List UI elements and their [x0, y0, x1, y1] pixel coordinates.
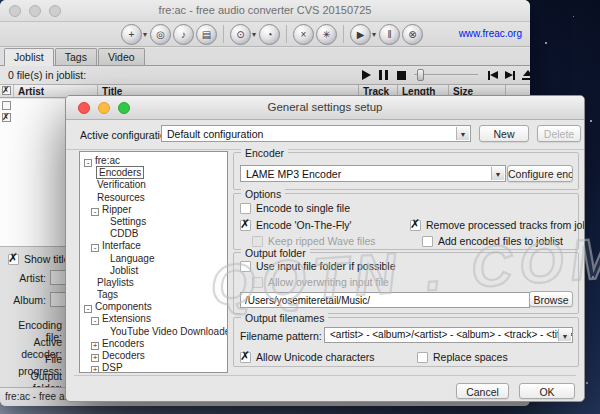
tree-item-interface[interactable]: Interface	[80, 240, 227, 252]
next-track-icon[interactable]	[505, 71, 515, 80]
ok-button[interactable]: OK	[519, 383, 575, 399]
main-titlebar[interactable]: fre:ac - free audio converter CVS 201507…	[0, 0, 530, 22]
remove-processed-label: Remove processed tracks from joblist	[426, 219, 585, 231]
tree-item-extensions[interactable]: Extensions	[80, 313, 227, 325]
toggle-selection-icon[interactable]	[2, 113, 11, 122]
expand-icon[interactable]	[91, 366, 99, 373]
add-files-icon[interactable]: +	[121, 24, 142, 45]
tree-item-components-dsp[interactable]: DSP	[80, 362, 227, 373]
eject-icon[interactable]	[522, 70, 530, 80]
tree-item-tags[interactable]: Tags	[80, 289, 227, 301]
tree-item-components[interactable]: Components	[80, 301, 227, 313]
select-none-icon[interactable]	[2, 101, 11, 110]
star	[545, 42, 547, 44]
cddb-submit-icon[interactable]: ◔	[259, 24, 280, 45]
music-file-icon[interactable]: ♪	[173, 24, 194, 45]
tree-item-components-encoders[interactable]: Encoders	[80, 338, 227, 350]
tree-item-youtube-downloader[interactable]: YouTube Video Downloader	[80, 326, 227, 338]
delete-configuration-button[interactable]: Delete	[537, 125, 581, 142]
tab-video[interactable]: Video	[98, 48, 145, 65]
output-folder-path-input[interactable]	[240, 292, 530, 308]
encoder-group-title: Encoder	[241, 147, 288, 159]
pause-icon[interactable]	[379, 70, 388, 80]
chevron-down-icon[interactable]: ▼	[456, 127, 469, 140]
stop-icon[interactable]	[397, 71, 406, 80]
star	[573, 16, 574, 17]
remove-processed-checkbox[interactable]	[410, 220, 421, 231]
tree-item-verification[interactable]: Verification	[80, 179, 227, 191]
previous-track-icon[interactable]	[488, 71, 498, 80]
collapse-icon[interactable]	[84, 305, 92, 313]
cancel-button[interactable]: Cancel	[456, 383, 509, 399]
stop-conversion-icon[interactable]: ⊗	[402, 24, 423, 45]
tree-item-encoders[interactable]: Encoders	[80, 167, 227, 179]
cddb-query-icon[interactable]: ⊙	[230, 24, 251, 45]
replace-spaces-checkbox[interactable]	[417, 352, 428, 363]
start-conversion-dropdown-icon[interactable]: ▾	[372, 30, 376, 39]
expand-icon[interactable]	[91, 354, 99, 362]
collapse-icon[interactable]	[91, 244, 99, 252]
collapse-icon[interactable]	[91, 317, 99, 325]
use-input-folder-label: Use input file folder if possible	[256, 260, 396, 272]
tree-item-ripper[interactable]: Ripper	[80, 204, 227, 216]
tab-tags[interactable]: Tags	[55, 48, 97, 65]
tree-item-freac[interactable]: fre:ac	[80, 155, 227, 167]
general-settings-dialog: General settings setup Active configurat…	[65, 95, 585, 402]
window-title: fre:ac - free audio converter CVS 201507…	[0, 4, 530, 16]
tree-item-settings[interactable]: Settings	[80, 216, 227, 228]
keep-wave-files-checkbox[interactable]	[252, 236, 263, 247]
divider	[66, 149, 584, 150]
tree-item-playlists[interactable]: Playlists	[80, 277, 227, 289]
collapse-icon[interactable]	[91, 208, 99, 216]
tree-item-resources[interactable]: Resources	[80, 192, 227, 204]
settings-tree[interactable]: fre:ac Encoders Verification Resources R…	[79, 151, 228, 373]
album-label: Album:	[0, 294, 46, 306]
toolbar-separator	[286, 25, 287, 43]
add-encoded-files-checkbox[interactable]	[422, 236, 433, 247]
star	[586, 382, 588, 384]
tree-item-components-decoders[interactable]: Decoders	[80, 350, 227, 362]
output-folder-group: Output folder Use input file folder if p…	[233, 252, 579, 314]
active-configuration-select[interactable]: Default configuration ▼	[161, 125, 471, 142]
tab-joblist[interactable]: Joblist	[4, 48, 54, 66]
filename-pattern-select[interactable]: <artist> - <album>/<artist> - <album> - …	[324, 327, 573, 343]
use-input-folder-checkbox[interactable]	[240, 261, 251, 272]
configure-settings-icon[interactable]: ×	[293, 24, 314, 45]
dialog-titlebar[interactable]: General settings setup	[66, 96, 584, 120]
encoder-value: LAME MP3 Encoder	[246, 168, 341, 180]
allow-overwrite-label: Allow overwriting input file	[268, 276, 389, 288]
freac-website-link[interactable]: www.freac.org	[459, 28, 522, 39]
expand-icon[interactable]	[91, 342, 99, 350]
new-configuration-button[interactable]: New	[479, 125, 529, 142]
start-conversion-icon[interactable]: ▶	[350, 24, 371, 45]
tree-item-language[interactable]: Language	[80, 253, 227, 265]
play-icon[interactable]	[362, 70, 371, 80]
cddb-dropdown-icon[interactable]: ▾	[252, 30, 256, 39]
add-cd-icon[interactable]: ◎	[150, 24, 171, 45]
pause-conversion-icon[interactable]: ‖	[379, 24, 400, 45]
allow-unicode-label: Allow Unicode characters	[256, 351, 374, 363]
allow-overwrite-checkbox[interactable]	[252, 277, 263, 288]
tree-item-joblist[interactable]: Joblist	[80, 265, 227, 277]
allow-unicode-checkbox[interactable]	[240, 352, 251, 363]
chevron-down-icon[interactable]: ▼	[558, 329, 571, 341]
rip-cd-icon[interactable]: ▤	[196, 24, 217, 45]
joblist-info-row: 0 file(s) in joblist:	[0, 67, 530, 83]
show-title-info-checkbox[interactable]	[8, 254, 19, 265]
browse-button[interactable]: Browse	[529, 291, 573, 307]
seek-slider[interactable]	[414, 69, 478, 81]
collapse-icon[interactable]	[84, 159, 92, 167]
encode-on-the-fly-checkbox[interactable]	[240, 220, 251, 231]
replace-spaces-label: Replace spaces	[433, 351, 508, 363]
encode-single-file-checkbox[interactable]	[240, 203, 251, 214]
filename-pattern-value: <artist> - <album>/<artist> - <album> - …	[330, 329, 573, 340]
select-all-checkbox[interactable]	[0, 85, 14, 97]
tree-item-cddb[interactable]: CDDB	[80, 228, 227, 240]
configure-encoder-button[interactable]: Configure encoder	[507, 165, 573, 182]
general-settings-gear-icon[interactable]: ✳	[316, 24, 337, 45]
output-filenames-group-title: Output filenames	[241, 312, 328, 324]
add-files-dropdown-icon[interactable]: ▾	[143, 30, 147, 39]
chevron-down-icon[interactable]: ▼	[491, 167, 504, 180]
encoder-select[interactable]: LAME MP3 Encoder ▼	[240, 165, 506, 182]
tab-bar: Joblist Tags Video	[0, 48, 530, 66]
